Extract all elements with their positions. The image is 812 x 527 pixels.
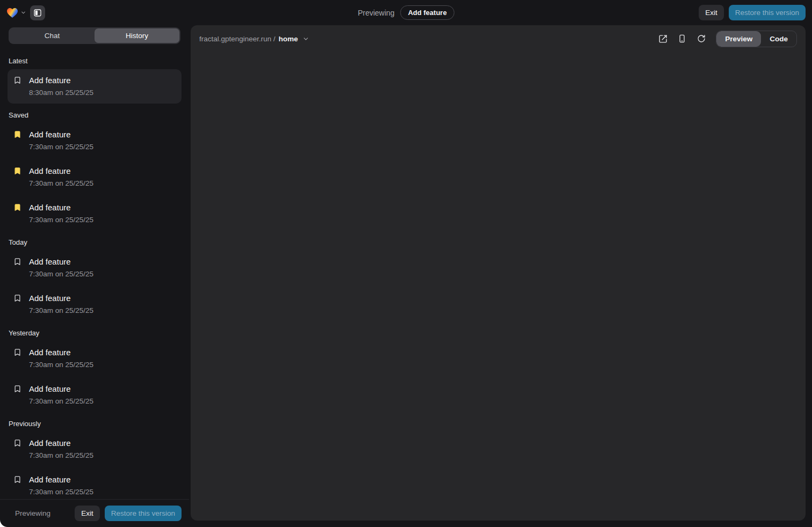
history-item-time: 7:30am on 25/25/25 — [29, 396, 176, 407]
preview-content — [191, 52, 806, 521]
history-item-title: Add feature — [29, 292, 176, 304]
section-title: Yesterday — [9, 329, 180, 337]
history-item[interactable]: Add feature7:30am on 25/25/25 — [8, 432, 182, 466]
restore-version-button[interactable]: Restore this version — [729, 5, 806, 21]
history-sidebar: ChatHistory LatestAdd feature8:30am on 2… — [0, 25, 189, 527]
tab-history[interactable]: History — [95, 28, 179, 43]
history-item-title: Add feature — [29, 383, 176, 395]
bookmark-filled-icon — [13, 130, 22, 139]
history-item-time: 8:30am on 25/25/25 — [29, 87, 176, 98]
chevron-down-icon — [302, 35, 309, 42]
history-item[interactable]: Add feature7:30am on 25/25/25 — [8, 196, 182, 231]
footer-previewing-label: Previewing — [15, 509, 50, 517]
history-item[interactable]: Add feature7:30am on 25/25/25 — [8, 160, 182, 194]
history-list: LatestAdd feature8:30am on 25/25/25Saved… — [0, 49, 189, 499]
bookmark-outline-icon — [13, 439, 22, 448]
footer-restore-version-button[interactable]: Restore this version — [105, 506, 182, 522]
external-link-icon — [658, 34, 668, 43]
open-external-button[interactable] — [656, 32, 670, 46]
history-section: PreviouslyAdd feature7:30am on 25/25/25A… — [8, 420, 182, 499]
url-dropdown[interactable]: fractal.gptengineer.run / home — [199, 35, 309, 43]
tab-chat[interactable]: Chat — [10, 28, 95, 43]
view-mode-switcher: PreviewCode — [716, 31, 797, 47]
history-section: YesterdayAdd feature7:30am on 25/25/25Ad… — [8, 329, 182, 412]
history-item-title: Add feature — [29, 129, 176, 141]
tab-code[interactable]: Code — [761, 31, 796, 47]
bookmark-outline-icon — [13, 385, 22, 393]
history-item-time: 7:30am on 25/25/25 — [29, 450, 176, 461]
history-item-time: 7:30am on 25/25/25 — [29, 305, 176, 316]
bookmark-outline-icon — [13, 258, 22, 266]
bookmark-outline-icon — [13, 76, 22, 85]
history-item-title: Add feature — [29, 474, 176, 486]
bookmark-outline-icon — [13, 348, 22, 357]
preview-panel: fractal.gptengineer.run / home — [191, 25, 806, 521]
history-item-title: Add feature — [29, 437, 176, 449]
top-bar: Previewing Add feature Exit Restore this… — [0, 0, 812, 25]
history-item-title: Add feature — [29, 347, 176, 358]
history-item[interactable]: Add feature7:30am on 25/25/25 — [8, 469, 182, 499]
smartphone-icon — [678, 34, 686, 43]
history-item[interactable]: Add feature7:30am on 25/25/25 — [8, 251, 182, 285]
section-title: Latest — [9, 57, 180, 65]
mobile-view-button[interactable] — [675, 32, 689, 46]
previewing-label: Previewing — [358, 9, 394, 17]
history-item[interactable]: Add feature8:30am on 25/25/25 — [8, 69, 182, 104]
history-section: TodayAdd feature7:30am on 25/25/25Add fe… — [8, 238, 182, 321]
sidebar-footer: Previewing Exit Restore this version — [0, 499, 189, 527]
history-item-title: Add feature — [29, 256, 176, 268]
section-title: Today — [9, 238, 180, 246]
history-item-title: Add feature — [29, 75, 176, 86]
history-section: SavedAdd feature7:30am on 25/25/25Add fe… — [8, 111, 182, 231]
history-item[interactable]: Add feature7:30am on 25/25/25 — [8, 341, 182, 376]
exit-button[interactable]: Exit — [699, 5, 724, 21]
panel-left-icon — [33, 9, 42, 17]
app-logo-menu[interactable] — [6, 8, 26, 18]
footer-exit-button[interactable]: Exit — [75, 506, 100, 522]
app-window: Previewing Add feature Exit Restore this… — [0, 0, 812, 527]
sidebar-toggle-button[interactable] — [30, 5, 45, 20]
refresh-button[interactable] — [694, 32, 708, 46]
history-item-title: Add feature — [29, 202, 176, 214]
history-item-time: 7:30am on 25/25/25 — [29, 487, 176, 497]
preview-header: fractal.gptengineer.run / home — [191, 25, 806, 52]
bookmark-filled-icon — [13, 167, 22, 175]
chevron-down-icon — [20, 10, 26, 16]
history-item-title: Add feature — [29, 165, 176, 177]
topbar-left-group — [6, 5, 45, 20]
url-page: home — [279, 35, 298, 43]
section-title: Saved — [9, 111, 180, 119]
heart-logo — [6, 8, 18, 18]
history-item[interactable]: Add feature7:30am on 25/25/25 — [8, 287, 182, 321]
history-item-time: 7:30am on 25/25/25 — [29, 269, 176, 280]
section-title: Previously — [9, 420, 180, 428]
history-item-time: 7:30am on 25/25/25 — [29, 215, 176, 225]
history-item[interactable]: Add feature7:30am on 25/25/25 — [8, 123, 182, 158]
sidebar-tab-switcher: ChatHistory — [9, 27, 180, 44]
history-item-time: 7:30am on 25/25/25 — [29, 142, 176, 152]
topbar-right-group: Exit Restore this version — [699, 5, 806, 21]
refresh-icon — [697, 34, 706, 43]
history-section: LatestAdd feature8:30am on 25/25/25 — [8, 57, 182, 104]
history-item-time: 7:30am on 25/25/25 — [29, 178, 176, 189]
bookmark-filled-icon — [13, 203, 22, 212]
bookmark-outline-icon — [13, 475, 22, 484]
tab-preview[interactable]: Preview — [716, 31, 761, 47]
version-pill-button[interactable]: Add feature — [401, 5, 454, 20]
url-prefix: fractal.gptengineer.run / — [199, 35, 276, 43]
history-item-time: 7:30am on 25/25/25 — [29, 360, 176, 370]
bookmark-outline-icon — [13, 294, 22, 303]
topbar-center-group: Previewing Add feature — [358, 0, 454, 25]
history-item[interactable]: Add feature7:30am on 25/25/25 — [8, 378, 182, 412]
preview-header-actions: PreviewCode — [650, 31, 797, 47]
